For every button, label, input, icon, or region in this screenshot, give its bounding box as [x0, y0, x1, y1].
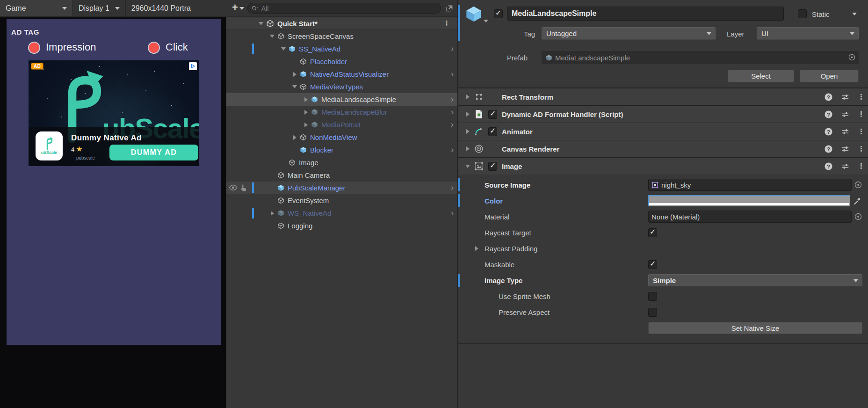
set-native-size-button[interactable]: Set Native Size — [648, 322, 862, 334]
component-menu-icon[interactable]: ⋮ — [858, 162, 861, 170]
foldout-icon[interactable] — [291, 83, 298, 91]
prefab-open-chevron-icon[interactable] — [451, 44, 454, 54]
foldout-icon[interactable] — [302, 109, 310, 116]
foldout-icon[interactable] — [464, 145, 471, 153]
foldout-icon[interactable] — [268, 33, 276, 40]
foldout-icon[interactable] — [464, 93, 471, 101]
hierarchy-item-ws-nativead[interactable]: WS_NativeAd — [226, 207, 457, 219]
raycast-target-checkbox[interactable] — [648, 228, 657, 237]
component-header-canvas-renderer[interactable]: Canvas Renderer ⋮ — [458, 140, 868, 157]
foldout-icon[interactable] — [475, 246, 478, 251]
hierarchy-item-eventsystem[interactable]: EventSystem — [226, 194, 457, 207]
preset-icon[interactable] — [841, 162, 850, 171]
maskable-checkbox[interactable] — [648, 260, 657, 269]
use-sprite-mesh-checkbox[interactable] — [648, 292, 657, 301]
source-image-field[interactable]: night_sky — [648, 179, 852, 191]
preset-icon[interactable] — [841, 145, 850, 153]
material-field[interactable]: None (Material) — [648, 211, 852, 223]
enabled-checkbox[interactable] — [488, 162, 497, 171]
foldout-icon[interactable] — [291, 71, 298, 78]
static-checkbox[interactable] — [798, 9, 807, 18]
prefab-open-chevron-icon[interactable] — [451, 69, 454, 80]
component-menu-icon[interactable]: ⋮ — [858, 93, 861, 101]
hierarchy-item-main-camera[interactable]: Main Camera — [226, 169, 457, 182]
prefab-select-button[interactable]: Select — [728, 70, 794, 82]
component-header-image[interactable]: Image ⋮ — [458, 157, 868, 175]
add-gameobject-button[interactable]: + — [232, 2, 238, 13]
help-icon[interactable] — [824, 145, 833, 153]
prefab-open-button[interactable]: Open — [800, 70, 859, 82]
hierarchy-item-nonmediaview[interactable]: NonMediaView — [226, 131, 457, 144]
preset-icon[interactable] — [841, 127, 850, 136]
tag-dropdown[interactable]: Untagged — [542, 27, 716, 40]
hierarchy-search-box[interactable] — [247, 3, 441, 14]
raycast-padding-row[interactable]: Raycast Padding — [458, 240, 868, 256]
hierarchy-item-pubscalemanager[interactable]: PubScaleManager — [226, 182, 457, 194]
eyedropper-button[interactable] — [851, 195, 862, 206]
prefab-open-chevron-icon[interactable] — [451, 119, 454, 130]
help-icon[interactable] — [824, 110, 833, 119]
hierarchy-item-placeholder[interactable]: Placeholder — [226, 55, 457, 68]
prefab-open-chevron-icon[interactable] — [451, 182, 454, 193]
scene-header[interactable]: Quick Start* ⋮ — [226, 17, 457, 30]
preserve-aspect-checkbox[interactable] — [648, 308, 657, 317]
scene-foldout-icon[interactable] — [257, 20, 265, 27]
prefab-open-chevron-icon[interactable] — [451, 145, 454, 155]
component-header-animator[interactable]: Animator ⋮ — [458, 123, 868, 140]
hierarchy-item-medialandscapeblur[interactable]: MediaLandscapeBlur — [226, 106, 457, 118]
static-dropdown-icon[interactable] — [852, 13, 857, 15]
object-picker-icon[interactable] — [854, 212, 862, 221]
native-ad-creative[interactable]: ubScale AD ubScale Dummy Native Ad 4 — [29, 60, 199, 166]
dummy-ad-button[interactable]: DUMMY AD — [109, 145, 198, 160]
icon-dropdown-icon[interactable] — [484, 20, 488, 22]
image-type-dropdown[interactable]: Simple — [648, 274, 862, 286]
hierarchy-item-logging[interactable]: Logging — [226, 219, 457, 232]
gameobject-enabled-checkbox[interactable] — [494, 9, 503, 18]
help-icon[interactable] — [824, 93, 833, 102]
component-menu-icon[interactable]: ⋮ — [858, 145, 861, 153]
aspect-ratio-dropdown[interactable]: 2960x1440 Portra — [126, 0, 226, 16]
foldout-icon[interactable] — [302, 121, 310, 129]
tab-game[interactable]: Game — [0, 0, 73, 16]
component-menu-icon[interactable]: ⋮ — [858, 110, 861, 118]
hierarchy-item-image[interactable]: Image — [226, 156, 457, 169]
color-swatch[interactable] — [648, 195, 850, 206]
foldout-icon[interactable] — [464, 110, 471, 118]
search-input[interactable] — [260, 4, 437, 13]
help-icon[interactable] — [824, 162, 833, 171]
display-dropdown[interactable]: Display 1 — [73, 0, 126, 16]
component-header-dynamic-ad-format-handler[interactable]: Dynamic AD Format Handler (Script) ⋮ — [458, 105, 868, 123]
add-dropdown-icon[interactable] — [239, 7, 244, 10]
object-picker-icon[interactable] — [854, 181, 862, 189]
layer-dropdown[interactable]: UI — [757, 27, 859, 40]
hierarchy-item-medialandscapesimple[interactable]: MediaLandscapeSimple — [226, 93, 457, 106]
eye-visibility-icon[interactable] — [229, 184, 238, 191]
preset-icon[interactable] — [841, 93, 850, 102]
foldout-icon[interactable] — [268, 210, 276, 217]
prefab-field[interactable]: MediaLandscapeSimple — [542, 51, 859, 64]
enabled-checkbox[interactable] — [488, 127, 497, 136]
hierarchy-item-nativeadstatusvisualizer[interactable]: NativeAdStatusVisualizer — [226, 68, 457, 80]
pick-hand-icon[interactable] — [239, 184, 247, 192]
hierarchy-item-mediaviewtypes[interactable]: MediaViewTypes — [226, 80, 457, 93]
hierarchy-item-mediapotrait[interactable]: MediaPotrait — [226, 118, 457, 131]
foldout-icon[interactable] — [464, 128, 471, 135]
enabled-checkbox[interactable] — [488, 110, 497, 119]
object-picker-icon[interactable] — [848, 53, 856, 61]
foldout-icon[interactable] — [464, 162, 471, 170]
prefab-open-chevron-icon[interactable] — [451, 94, 454, 105]
adchoices-icon[interactable] — [189, 62, 197, 70]
prefab-open-chevron-icon[interactable] — [451, 107, 454, 117]
help-icon[interactable] — [824, 127, 833, 136]
hierarchy-item-blocker[interactable]: Blocker — [226, 144, 457, 156]
scene-menu-icon[interactable]: ⋮ — [443, 20, 450, 27]
preset-icon[interactable] — [841, 110, 850, 119]
component-menu-icon[interactable]: ⋮ — [858, 128, 861, 136]
foldout-icon[interactable] — [302, 96, 310, 103]
hierarchy-item-ss-nativead[interactable]: SS_NativeAd — [226, 43, 457, 55]
gameobject-cube-icon[interactable] — [465, 5, 483, 23]
gameobject-name-field[interactable]: MediaLandscapeSimple — [507, 7, 784, 21]
hierarchy-item-screenspacecanvas[interactable]: ScreenSpaceCanvas — [226, 30, 457, 43]
foldout-icon[interactable] — [280, 45, 287, 53]
popout-window-icon[interactable] — [445, 4, 454, 13]
